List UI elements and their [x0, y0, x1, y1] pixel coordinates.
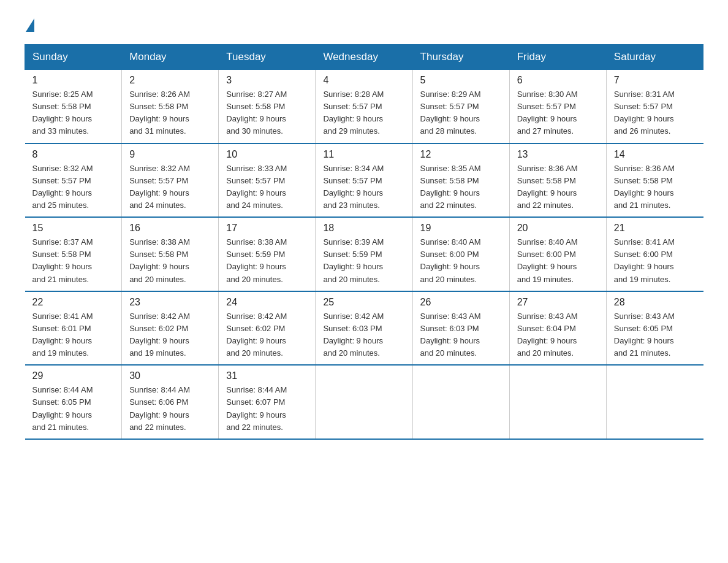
- day-number: 14: [614, 149, 696, 160]
- calendar-cell: 22Sunrise: 8:41 AMSunset: 6:01 PMDayligh…: [25, 291, 122, 366]
- day-info: Sunrise: 8:44 AMSunset: 6:07 PMDaylight:…: [226, 384, 308, 434]
- calendar-cell: 24Sunrise: 8:42 AMSunset: 6:02 PMDayligh…: [219, 291, 316, 366]
- day-number: 16: [129, 223, 211, 234]
- page-header: [25, 18, 703, 32]
- calendar-cell: 2Sunrise: 8:26 AMSunset: 5:58 PMDaylight…: [122, 70, 219, 144]
- day-info: Sunrise: 8:43 AMSunset: 6:05 PMDaylight:…: [614, 310, 696, 360]
- day-header-thursday: Thursday: [412, 45, 509, 70]
- day-header-friday: Friday: [509, 45, 606, 70]
- calendar-cell: 1Sunrise: 8:25 AMSunset: 5:58 PMDaylight…: [25, 70, 122, 144]
- calendar-cell: 13Sunrise: 8:36 AMSunset: 5:58 PMDayligh…: [509, 144, 606, 218]
- calendar-cell: 5Sunrise: 8:29 AMSunset: 5:57 PMDaylight…: [412, 70, 509, 144]
- day-number: 23: [129, 297, 211, 308]
- calendar-cell: 4Sunrise: 8:28 AMSunset: 5:57 PMDaylight…: [316, 70, 412, 144]
- day-number: 15: [32, 223, 115, 234]
- calendar-cell: 10Sunrise: 8:33 AMSunset: 5:57 PMDayligh…: [219, 144, 316, 218]
- calendar-cell: 21Sunrise: 8:41 AMSunset: 6:00 PMDayligh…: [606, 217, 703, 291]
- calendar-cell: [606, 365, 703, 439]
- calendar-cell: [509, 365, 606, 439]
- day-number: 12: [420, 149, 502, 160]
- day-number: 4: [323, 75, 404, 86]
- calendar-cell: 12Sunrise: 8:35 AMSunset: 5:58 PMDayligh…: [412, 144, 509, 218]
- calendar-cell: 30Sunrise: 8:44 AMSunset: 6:06 PMDayligh…: [122, 365, 219, 439]
- day-number: 31: [226, 370, 308, 381]
- day-info: Sunrise: 8:29 AMSunset: 5:57 PMDaylight:…: [420, 88, 502, 138]
- calendar-cell: [316, 365, 412, 439]
- day-info: Sunrise: 8:42 AMSunset: 6:02 PMDaylight:…: [226, 310, 308, 360]
- calendar-cell: 11Sunrise: 8:34 AMSunset: 5:57 PMDayligh…: [316, 144, 412, 218]
- day-info: Sunrise: 8:37 AMSunset: 5:58 PMDaylight:…: [32, 236, 115, 286]
- day-info: Sunrise: 8:40 AMSunset: 6:00 PMDaylight:…: [517, 236, 599, 286]
- day-header-tuesday: Tuesday: [219, 45, 316, 70]
- week-row-4: 22Sunrise: 8:41 AMSunset: 6:01 PMDayligh…: [25, 291, 703, 366]
- day-number: 6: [517, 75, 599, 86]
- day-info: Sunrise: 8:38 AMSunset: 5:59 PMDaylight:…: [226, 236, 308, 286]
- day-info: Sunrise: 8:35 AMSunset: 5:58 PMDaylight:…: [420, 163, 502, 212]
- calendar-cell: 15Sunrise: 8:37 AMSunset: 5:58 PMDayligh…: [25, 217, 122, 291]
- day-info: Sunrise: 8:34 AMSunset: 5:57 PMDaylight:…: [323, 163, 404, 212]
- calendar-cell: 16Sunrise: 8:38 AMSunset: 5:58 PMDayligh…: [122, 217, 219, 291]
- day-info: Sunrise: 8:43 AMSunset: 6:03 PMDaylight:…: [420, 310, 502, 360]
- calendar-cell: 28Sunrise: 8:43 AMSunset: 6:05 PMDayligh…: [606, 291, 703, 366]
- day-number: 3: [226, 75, 308, 86]
- day-info: Sunrise: 8:44 AMSunset: 6:05 PMDaylight:…: [32, 384, 115, 434]
- day-info: Sunrise: 8:36 AMSunset: 5:58 PMDaylight:…: [517, 163, 599, 212]
- calendar-cell: 31Sunrise: 8:44 AMSunset: 6:07 PMDayligh…: [219, 365, 316, 439]
- week-row-5: 29Sunrise: 8:44 AMSunset: 6:05 PMDayligh…: [25, 365, 703, 439]
- day-info: Sunrise: 8:43 AMSunset: 6:04 PMDaylight:…: [517, 310, 599, 360]
- day-info: Sunrise: 8:41 AMSunset: 6:00 PMDaylight:…: [614, 236, 696, 286]
- calendar-cell: 8Sunrise: 8:32 AMSunset: 5:57 PMDaylight…: [25, 144, 122, 218]
- day-number: 19: [420, 223, 502, 234]
- day-header-wednesday: Wednesday: [316, 45, 412, 70]
- day-number: 11: [323, 149, 404, 160]
- calendar-cell: 14Sunrise: 8:36 AMSunset: 5:58 PMDayligh…: [606, 144, 703, 218]
- day-info: Sunrise: 8:30 AMSunset: 5:57 PMDaylight:…: [517, 88, 599, 138]
- day-number: 1: [32, 75, 115, 86]
- calendar-cell: 20Sunrise: 8:40 AMSunset: 6:00 PMDayligh…: [509, 217, 606, 291]
- calendar-cell: [412, 365, 509, 439]
- day-number: 28: [614, 297, 696, 308]
- day-info: Sunrise: 8:36 AMSunset: 5:58 PMDaylight:…: [614, 163, 696, 212]
- week-row-1: 1Sunrise: 8:25 AMSunset: 5:58 PMDaylight…: [25, 70, 703, 144]
- day-number: 2: [129, 75, 211, 86]
- day-number: 22: [32, 297, 115, 308]
- calendar-cell: 27Sunrise: 8:43 AMSunset: 6:04 PMDayligh…: [509, 291, 606, 366]
- day-info: Sunrise: 8:33 AMSunset: 5:57 PMDaylight:…: [226, 163, 308, 212]
- calendar-cell: 7Sunrise: 8:31 AMSunset: 5:57 PMDaylight…: [606, 70, 703, 144]
- calendar-cell: 18Sunrise: 8:39 AMSunset: 5:59 PMDayligh…: [316, 217, 412, 291]
- day-number: 13: [517, 149, 599, 160]
- day-info: Sunrise: 8:27 AMSunset: 5:58 PMDaylight:…: [226, 88, 308, 138]
- calendar-cell: 23Sunrise: 8:42 AMSunset: 6:02 PMDayligh…: [122, 291, 219, 366]
- day-number: 9: [129, 149, 211, 160]
- day-info: Sunrise: 8:31 AMSunset: 5:57 PMDaylight:…: [614, 88, 696, 138]
- day-info: Sunrise: 8:26 AMSunset: 5:58 PMDaylight:…: [129, 88, 211, 138]
- day-info: Sunrise: 8:38 AMSunset: 5:58 PMDaylight:…: [129, 236, 211, 286]
- day-info: Sunrise: 8:28 AMSunset: 5:57 PMDaylight:…: [323, 88, 404, 138]
- day-number: 25: [323, 297, 404, 308]
- day-number: 18: [323, 223, 404, 234]
- day-number: 21: [614, 223, 696, 234]
- logo: [25, 18, 34, 32]
- day-number: 27: [517, 297, 599, 308]
- calendar-cell: 29Sunrise: 8:44 AMSunset: 6:05 PMDayligh…: [25, 365, 122, 439]
- day-number: 30: [129, 370, 211, 381]
- day-number: 5: [420, 75, 502, 86]
- week-row-2: 8Sunrise: 8:32 AMSunset: 5:57 PMDaylight…: [25, 144, 703, 218]
- calendar-cell: 3Sunrise: 8:27 AMSunset: 5:58 PMDaylight…: [219, 70, 316, 144]
- calendar-cell: 25Sunrise: 8:42 AMSunset: 6:03 PMDayligh…: [316, 291, 412, 366]
- day-header-monday: Monday: [122, 45, 219, 70]
- day-header-sunday: Sunday: [25, 45, 122, 70]
- day-number: 17: [226, 223, 308, 234]
- calendar-header-row: SundayMondayTuesdayWednesdayThursdayFrid…: [25, 45, 703, 70]
- calendar-cell: 17Sunrise: 8:38 AMSunset: 5:59 PMDayligh…: [219, 217, 316, 291]
- day-number: 7: [614, 75, 696, 86]
- calendar-cell: 9Sunrise: 8:32 AMSunset: 5:57 PMDaylight…: [122, 144, 219, 218]
- day-number: 29: [32, 370, 115, 381]
- calendar-cell: 6Sunrise: 8:30 AMSunset: 5:57 PMDaylight…: [509, 70, 606, 144]
- day-info: Sunrise: 8:41 AMSunset: 6:01 PMDaylight:…: [32, 310, 115, 360]
- calendar-cell: 19Sunrise: 8:40 AMSunset: 6:00 PMDayligh…: [412, 217, 509, 291]
- day-info: Sunrise: 8:32 AMSunset: 5:57 PMDaylight:…: [129, 163, 211, 212]
- day-info: Sunrise: 8:44 AMSunset: 6:06 PMDaylight:…: [129, 384, 211, 434]
- calendar-cell: 26Sunrise: 8:43 AMSunset: 6:03 PMDayligh…: [412, 291, 509, 366]
- day-number: 20: [517, 223, 599, 234]
